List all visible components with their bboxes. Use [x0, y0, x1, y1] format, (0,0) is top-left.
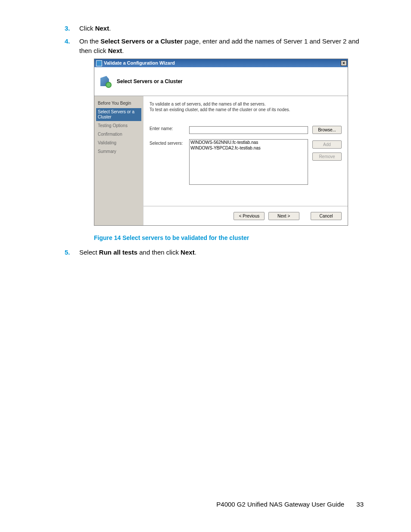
selected-servers-list[interactable]: WINDOWS-562NNIU.fc-testlab.nas WINDOWS-Y…: [189, 139, 308, 185]
nav-confirmation: Confirmation: [96, 131, 141, 138]
enter-name-control: [189, 124, 308, 134]
step-text: Select Run all tests and then click Next…: [79, 249, 196, 256]
wizard-header-icon: [99, 75, 112, 88]
wizard-nav: Before You Begin Select Servers or a Clu…: [94, 96, 143, 225]
wizard-button-bar: < Previous Next > Cancel: [143, 206, 348, 225]
list-item[interactable]: WINDOWS-YBPCDA2.fc-testlab.nas: [190, 146, 307, 151]
enter-name-row: Enter name: Browse...: [149, 124, 342, 137]
page-footer: P4000 G2 Unified NAS Gateway User Guide …: [216, 501, 364, 508]
step-text: Click Next.: [79, 25, 111, 32]
step-number: 5.: [65, 248, 70, 257]
next-button[interactable]: Next >: [268, 212, 299, 220]
selected-servers-row: Selected servers: WINDOWS-562NNIU.fc-tes…: [149, 139, 342, 185]
wizard-body: Before You Begin Select Servers or a Clu…: [94, 96, 348, 225]
step-number: 3.: [65, 24, 70, 33]
step-text: On the Select Servers or a Cluster page,…: [79, 37, 359, 54]
wizard-titlebar-icon: [96, 60, 102, 66]
remove-button[interactable]: Remove: [312, 152, 342, 161]
wizard-instructions: To validate a set of servers, add the na…: [149, 101, 342, 112]
nav-summary: Summary: [96, 148, 141, 156]
instruction-line: To validate a set of servers, add the na…: [149, 101, 342, 107]
step-4: 4. On the Select Servers or a Cluster pa…: [65, 37, 364, 243]
figure-caption: Figure 14 Select servers to be validated…: [94, 233, 364, 242]
server-name-input[interactable]: [189, 126, 308, 134]
browse-button[interactable]: Browse...: [312, 126, 342, 134]
close-icon[interactable]: ×: [341, 60, 347, 66]
enter-name-label: Enter name:: [149, 124, 189, 132]
list-item[interactable]: WINDOWS-562NNIU.fc-testlab.nas: [190, 140, 307, 146]
step-list: 3. Click Next. 4. On the Select Servers …: [65, 24, 364, 257]
nav-select-servers[interactable]: Select Servers or a Cluster: [96, 108, 141, 121]
selected-servers-label: Selected servers:: [149, 139, 189, 147]
nav-validating: Validating: [96, 139, 141, 147]
doc-title: P4000 G2 Unified NAS Gateway User Guide: [216, 501, 344, 508]
wizard-title: Validate a Configuration Wizard: [104, 60, 175, 67]
wizard-titlebar: Validate a Configuration Wizard ×: [94, 59, 348, 67]
step-5: 5. Select Run all tests and then click N…: [65, 248, 364, 257]
step-number: 4.: [65, 37, 70, 46]
nav-testing-options: Testing Options: [96, 122, 141, 130]
wizard-dialog: Validate a Configuration Wizard × Select…: [94, 59, 348, 226]
nav-before-you-begin[interactable]: Before You Begin: [96, 100, 141, 107]
step-3: 3. Click Next.: [65, 24, 364, 33]
instruction-line: To test an existing cluster, add the nam…: [149, 107, 342, 112]
wizard-header: Select Servers or a Cluster: [94, 67, 348, 96]
cancel-button[interactable]: Cancel: [311, 212, 342, 220]
previous-button[interactable]: < Previous: [234, 212, 265, 220]
wizard-header-title: Select Servers or a Cluster: [117, 78, 183, 85]
page-number: 33: [356, 501, 364, 508]
wizard-main: To validate a set of servers, add the na…: [143, 96, 348, 225]
add-button[interactable]: Add: [312, 140, 342, 149]
document-page: 3. Click Next. 4. On the Select Servers …: [0, 0, 411, 532]
